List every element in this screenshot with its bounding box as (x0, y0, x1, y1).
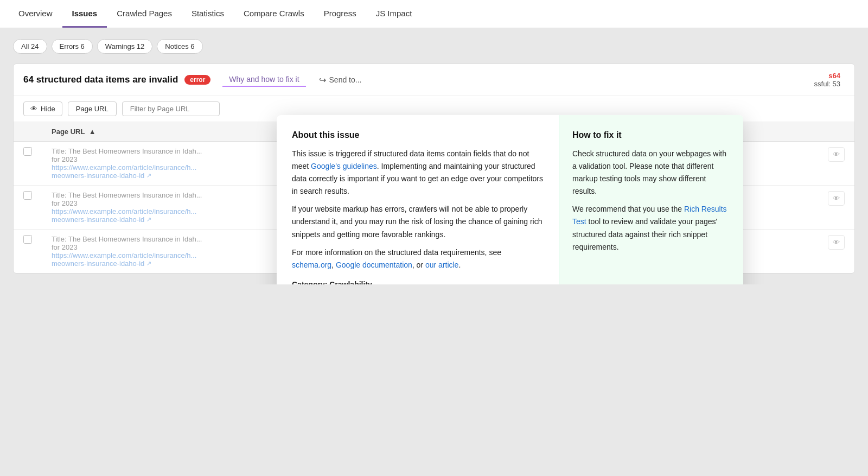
row-checkbox[interactable] (23, 191, 32, 200)
our-article-link[interactable]: our article (425, 261, 458, 269)
sort-icon: ▲ (89, 128, 96, 136)
row-action-cell: 👁 (818, 230, 854, 274)
view-button[interactable]: 👁 (828, 147, 845, 162)
filter-all[interactable]: All 24 (13, 39, 47, 54)
popup-overlay: About this issue This issue is triggered… (277, 115, 743, 284)
popup-about-title: About this issue (292, 130, 544, 140)
send-to-button[interactable]: ↪ Send to... (312, 73, 368, 87)
external-link-icon: ↗ (146, 260, 151, 267)
col-label: Page URL (68, 101, 117, 116)
eye-icon: 👁 (30, 105, 37, 113)
send-icon: ↪ (319, 75, 326, 85)
issue-header: 64 structured data items are invalid err… (14, 64, 854, 96)
row-action-cell: 👁 (818, 186, 854, 230)
filter-input[interactable] (122, 101, 220, 116)
row-checkbox[interactable] (23, 147, 32, 156)
issue-title: 64 structured data items are invalid (23, 74, 178, 85)
google-documentation-link[interactable]: Google documentation (336, 261, 412, 269)
popup-fix-title: How to fix it (572, 130, 730, 140)
filter-bar: All 24 Errors 6 Warnings 12 Notices 6 (13, 39, 855, 54)
popup-about-text: This issue is triggered if structured da… (292, 148, 544, 271)
main-content: All 24 Errors 6 Warnings 12 Notices 6 64… (0, 28, 868, 284)
view-button[interactable]: 👁 (828, 235, 845, 250)
top-navigation: Overview Issues Crawled Pages Statistics… (0, 0, 868, 28)
popup-fix-text: Check structured data on your webpages w… (572, 148, 730, 253)
error-count: s64 (814, 72, 840, 80)
nav-overview[interactable]: Overview (9, 0, 62, 28)
nav-statistics[interactable]: Statistics (182, 0, 234, 28)
success-count: ssful: 53 (814, 80, 840, 88)
popup-category-value: Crawlability (329, 280, 372, 284)
nav-issues[interactable]: Issues (62, 0, 107, 28)
popup-left-panel: About this issue This issue is triggered… (277, 115, 559, 284)
googles-guidelines-link[interactable]: Google's guidelines (311, 162, 377, 170)
external-link-icon: ↗ (146, 172, 151, 179)
nav-crawled-pages[interactable]: Crawled Pages (107, 0, 182, 28)
filter-errors[interactable]: Errors 6 (52, 39, 93, 54)
nav-js-impact[interactable]: JS Impact (366, 0, 422, 28)
nav-compare-crawls[interactable]: Compare Crawls (234, 0, 314, 28)
row-url-link-cont[interactable]: meowners-insurance-idaho-id (52, 215, 144, 224)
nav-progress[interactable]: Progress (314, 0, 366, 28)
popup-category-label: Category: (292, 280, 327, 284)
tab-why-how[interactable]: Why and how to fix it (222, 73, 305, 87)
filter-notices[interactable]: Notices 6 (157, 39, 202, 54)
hide-button[interactable]: 👁 Hide (23, 101, 62, 116)
action-col-header (818, 122, 854, 142)
row-url-link[interactable]: https://www.example.com/article/insuranc… (52, 207, 196, 215)
check-col-header (14, 122, 42, 142)
popup-right-panel: How to fix it Check structured data on y… (559, 115, 743, 284)
row-url-link[interactable]: https://www.example.com/article/insuranc… (52, 251, 196, 259)
row-action-cell: 👁 (818, 142, 854, 186)
filter-warnings[interactable]: Warnings 12 (97, 39, 153, 54)
external-link-icon: ↗ (146, 216, 151, 223)
view-button[interactable]: 👁 (828, 191, 845, 206)
error-badge: error (184, 75, 210, 85)
row-checkbox[interactable] (23, 235, 32, 244)
row-url-link[interactable]: https://www.example.com/article/insuranc… (52, 163, 196, 172)
issue-tabs: Why and how to fix it (222, 73, 305, 87)
popup-category: Category: Crawlability (292, 280, 544, 284)
row-url-link-cont[interactable]: meowners-insurance-idaho-id (52, 172, 144, 180)
row-url-link-cont[interactable]: meowners-insurance-idaho-id (52, 259, 144, 268)
schema-org-link[interactable]: schema.org (292, 261, 331, 269)
